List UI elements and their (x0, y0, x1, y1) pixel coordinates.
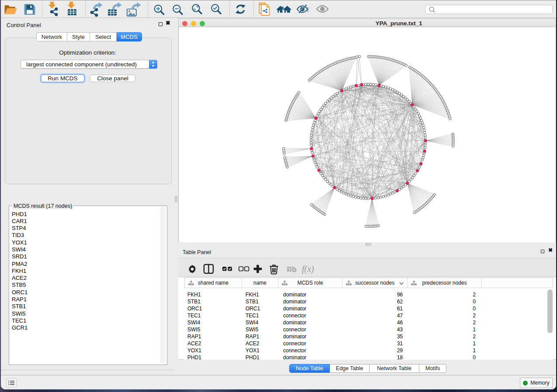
svg-text:f(x): f(x) (302, 264, 314, 274)
